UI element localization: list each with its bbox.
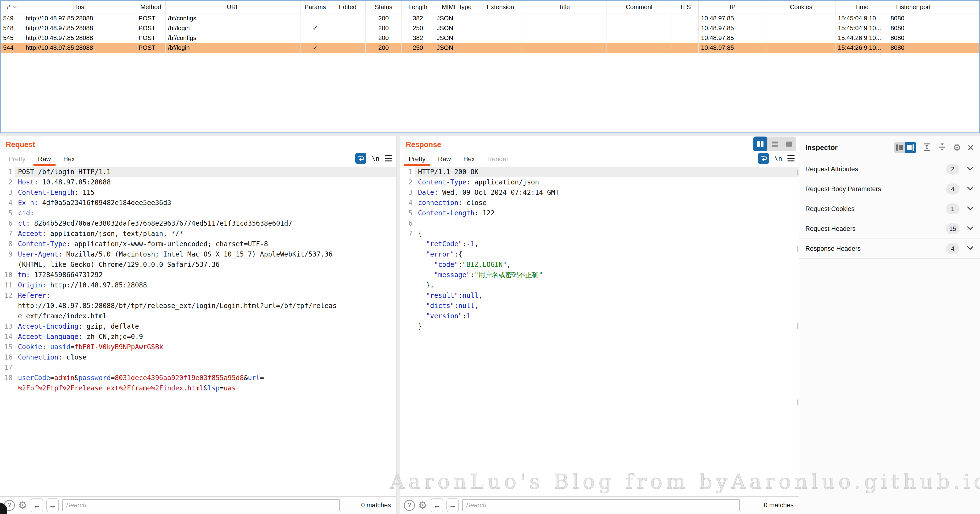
code-line: "error":{ (400, 249, 799, 259)
tab-render[interactable]: Render (481, 152, 515, 166)
table-row[interactable]: 548http://10.48.97.85:28088POST/bf/login… (1, 23, 979, 33)
column-header-method[interactable]: Method (136, 1, 165, 13)
tab-pretty[interactable]: Pretty (2, 152, 32, 166)
newline-toggle-icon[interactable]: \n (372, 155, 379, 162)
chevron-down-icon (967, 246, 974, 251)
tab-hex[interactable]: Hex (57, 152, 81, 166)
column-header-mime-type[interactable]: MIME type (434, 1, 479, 13)
editor-menu-icon[interactable] (385, 155, 392, 161)
search-settings-icon[interactable]: ⚙ (18, 500, 27, 511)
search-next-button[interactable]: → (447, 498, 459, 512)
newline-toggle-icon[interactable]: \n (774, 155, 782, 162)
cell-extension (479, 13, 522, 23)
line-number: 1 (0, 167, 15, 177)
chevron-down-icon (967, 206, 974, 211)
column-header-length[interactable]: Length (402, 1, 434, 13)
tab-hex[interactable]: Hex (457, 152, 481, 166)
line-number: 4 (400, 198, 415, 208)
code-line: 1POST /bf/login HTTP/1.1 (0, 167, 396, 177)
column-header-cookies[interactable]: Cookies (767, 1, 835, 13)
inspector-settings-icon[interactable]: ⚙ (953, 143, 961, 152)
cell-params: ✓ (301, 43, 330, 53)
cell-listener-port: 8080 (888, 13, 939, 23)
dock-right-icon[interactable] (905, 142, 916, 153)
section-label: Request Headers (805, 225, 856, 233)
expand-all-icon[interactable] (922, 142, 931, 153)
response-editor[interactable]: 1HTTP/1.1 200 OK2Content-Type: applicati… (400, 167, 799, 332)
line-number: 17 (0, 362, 15, 373)
layout-columns-icon[interactable] (753, 137, 768, 152)
column-header-listener-port[interactable]: Listener port (888, 1, 939, 13)
cell-extension (479, 43, 522, 53)
count-badge: 2 (946, 164, 959, 175)
column-header-extension[interactable]: Extension (479, 1, 522, 13)
cell-tls (672, 43, 698, 53)
horizontal-splitter[interactable] (0, 133, 980, 136)
cell-listener-port: 8080 (888, 43, 939, 53)
table-row[interactable]: 544http://10.48.97.85:28088POST/bf/login… (1, 43, 979, 53)
search-settings-icon[interactable]: ⚙ (418, 500, 427, 511)
help-icon[interactable]: ? (404, 500, 415, 511)
word-wrap-icon[interactable] (355, 153, 366, 164)
code-line: 6 (400, 218, 799, 228)
cell-length: 382 (402, 33, 434, 43)
code-line: 5cid: (0, 208, 396, 218)
table-row[interactable]: 549http://10.48.97.85:28088POST/bf/confi… (1, 13, 979, 23)
tab-raw[interactable]: Raw (32, 152, 57, 166)
response-search-input[interactable] (462, 500, 740, 511)
count-badge: 4 (946, 243, 959, 254)
cell-ip: 10.48.97.85 (698, 23, 767, 33)
cell-cookies (767, 13, 835, 23)
cell-mime-type: JSON (434, 43, 479, 53)
code-line: 8Content-Type: application/x-www-form-ur… (0, 239, 396, 249)
table-body: 549http://10.48.97.85:28088POST/bf/confi… (1, 13, 979, 53)
column-header--[interactable]: # (1, 1, 23, 13)
search-next-button[interactable]: → (46, 498, 59, 512)
inspector-section-request-headers[interactable]: Request Headers15 (799, 219, 980, 239)
inspector-close-icon[interactable]: × (967, 142, 974, 153)
word-wrap-icon[interactable] (758, 153, 769, 164)
cell-listener-port: 8080 (888, 33, 939, 43)
request-pane: Request PrettyRawHex \n 1POST /bf/login … (0, 136, 396, 514)
cell-title (522, 13, 607, 23)
column-header-params[interactable]: Params (301, 1, 330, 13)
dock-left-icon[interactable] (894, 142, 905, 153)
column-header-comment[interactable]: Comment (607, 1, 672, 13)
column-header-edited[interactable]: Edited (330, 1, 366, 13)
cell-length: 250 (402, 23, 434, 33)
inspector-section-response-headers[interactable]: Response Headers4 (799, 239, 980, 259)
tab-raw[interactable]: Raw (432, 152, 457, 166)
response-title: Response (400, 136, 799, 149)
request-search-input[interactable] (62, 500, 340, 511)
column-header-url[interactable]: URL (165, 1, 301, 13)
inspector-dock-toggle[interactable] (894, 142, 916, 153)
tab-pretty[interactable]: Pretty (402, 152, 432, 166)
inspector-section-request-cookies[interactable]: Request Cookies1 (799, 199, 980, 219)
inspector-section-request-body-parameters[interactable]: Request Body Parameters4 (799, 179, 980, 199)
collapse-all-icon[interactable] (938, 142, 947, 153)
column-header-host[interactable]: Host (23, 1, 136, 13)
column-header-status[interactable]: Status (366, 1, 402, 13)
response-tab-bar: PrettyRawHexRender \n (400, 151, 799, 166)
layout-single-icon[interactable] (782, 137, 796, 152)
vertical-splitter[interactable] (396, 136, 400, 514)
editor-menu-icon[interactable] (788, 155, 795, 161)
cell-params (301, 13, 330, 23)
layout-rows-icon[interactable] (768, 137, 782, 152)
code-line: 12Referer: (0, 290, 396, 300)
search-prev-button[interactable]: ← (30, 498, 43, 512)
column-header-time[interactable]: Time (835, 1, 888, 13)
search-prev-button[interactable]: ← (431, 498, 443, 512)
line-number: 5 (400, 208, 415, 218)
code-line: 2Content-Type: application/json (400, 177, 799, 187)
column-header-ip[interactable]: IP (698, 1, 767, 13)
editor-layout-toggle[interactable] (753, 137, 796, 152)
code-line: "result":null, (400, 290, 799, 300)
column-header-tls[interactable]: TLS (672, 1, 698, 13)
sort-chevron-icon (12, 5, 17, 8)
column-header-title[interactable]: Title (522, 1, 607, 13)
line-number: 15 (0, 342, 15, 352)
request-editor[interactable]: 1POST /bf/login HTTP/1.12Host: 10.48.97.… (0, 167, 396, 393)
table-row[interactable]: 545http://10.48.97.85:28088POST/bf/confi… (1, 33, 979, 43)
inspector-section-request-attributes[interactable]: Request Attributes2 (799, 159, 980, 179)
